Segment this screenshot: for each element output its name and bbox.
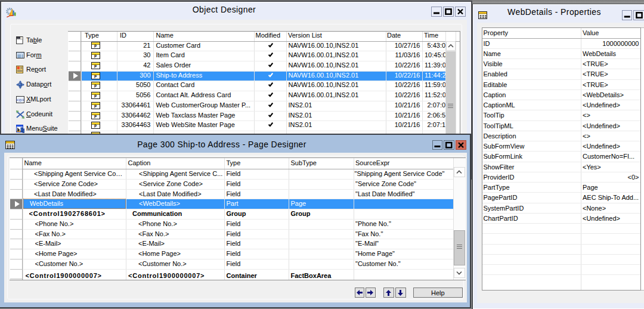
svg-text:<o>: <o> (16, 98, 24, 103)
